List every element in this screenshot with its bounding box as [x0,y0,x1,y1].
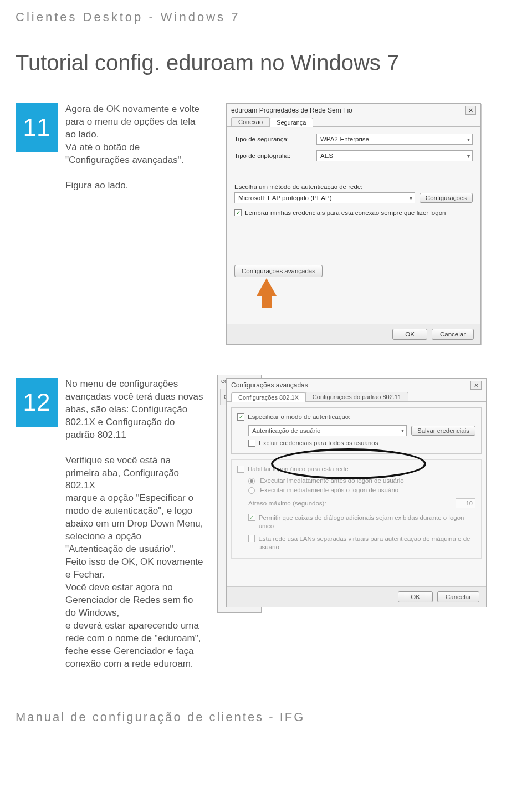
dlg1-tab-seguranca[interactable]: Segurança [269,118,313,127]
step-11-left: 11 Agora de OK novamente e volte para o … [16,103,204,192]
dlg2-title: Configurações avançadas [231,381,308,389]
step-12-number: 12 [16,378,58,427]
dlg2-checkbox-excluir[interactable] [248,440,255,447]
dlg1-label-lembrar: Lembrar minhas credenciais para esta con… [245,209,446,217]
dlg1-select-tipo-seguranca[interactable]: WPA2-Enterprise [316,134,473,145]
page-title: Tutorial config. eduroam no Windows 7 [16,50,516,75]
dlg2-label-c1: Permitir que caixas de diálogo adicionai… [259,514,475,530]
dlg2-close-button[interactable]: ✕ [470,381,482,390]
dlg2-atraso-input[interactable]: 10 [456,498,475,508]
dlg1-label-tipo-seguranca: Tipo de segurança: [234,136,312,142]
arrow-icon [257,278,277,296]
dlg2-tab-8021x[interactable]: Configurações 802.1X [231,392,306,402]
step-11-number: 11 [16,103,58,152]
step-11-text: Agora de OK novamente e volte para o men… [65,103,204,192]
dlg1-title: eduroam Propriedades de Rede Sem Fio [231,106,352,114]
dlg2-radio-antes[interactable] [248,478,255,484]
dlg2-label-r1: Executar imediatamente antes do logon de… [260,477,404,484]
dlg2-label-excluir: Excluir credenciais para todos os usuári… [259,440,378,446]
dlg2-select-auth[interactable]: Autenticação de usuário [248,425,407,436]
dlg2-cancel-button[interactable]: Cancelar [437,591,479,602]
dlg1-checkbox-lembrar[interactable]: ✓ [234,209,242,216]
dlg2-label-r2: Executar imediatamente após o logon de u… [260,487,398,493]
dlg1-close-button[interactable]: ✕ [465,106,476,115]
dlg2-tab-80211[interactable]: Configurações do padrão 802.11 [305,392,408,401]
page-header: Clientes Desktop - Windows 7 [16,10,516,28]
dlg1-label-criptografia: Tipo de criptografia: [234,152,312,159]
dlg1-select-criptografia[interactable]: AES [316,150,473,161]
dlg1-tab-conexao[interactable]: Conexão [231,117,270,126]
dlg2-checkbox-c2[interactable] [248,535,255,542]
dlg1-metodo-label: Escolha um método de autenticação de red… [234,183,473,190]
dlg1-cancel-button[interactable]: Cancelar [432,329,474,340]
step-12-left: 12 No menu de configurações avançadas vo… [16,378,204,671]
dlg1-ok-button[interactable]: OK [392,329,427,340]
page-footer: Manual de configuração de clientes - IFG [16,704,516,724]
dlg1-configuracoes-button[interactable]: Configurações [420,193,473,203]
dlg2-checkbox-especificar[interactable]: ✓ [237,413,244,421]
step-11-row: 11 Agora de OK novamente e volte para o … [16,103,516,345]
dlg2-checkbox-habilitar[interactable] [237,466,244,473]
step-12-body: No menu de configurações avançadas você … [65,378,204,671]
dlg2-label-c2: Esta rede usa LANs separadas virtuais pa… [258,535,475,551]
dlg2-radio-apos[interactable] [248,487,255,494]
dlg1-advanced-button[interactable]: Configurações avançadas [234,265,323,277]
dlg2-ok-button[interactable]: OK [398,591,433,602]
step-12-row: 12 No menu de configurações avançadas vo… [16,378,516,671]
dlg1-select-metodo[interactable]: Microsoft: EAP protegido (PEAP) [234,192,415,203]
dlg2-label-habilitar: Habilitar logon único para esta rede [248,466,349,472]
step-11-body: Agora de OK novamente e volte para o men… [65,103,204,192]
dialog-wifi-properties: eduroam Propriedades de Rede Sem Fio ✕ C… [226,103,481,345]
dialog-advanced-settings: edur Configuraçã Configurações avançadas… [226,378,487,607]
dlg2-label-especificar: Especificar o modo de autenticação: [248,413,350,420]
step-12-text: No menu de configurações avançadas você … [65,378,204,671]
dlg2-atraso-label: Atraso máximo (segundos): [248,500,326,507]
dlg2-checkbox-c1[interactable]: ✓ [248,514,255,521]
dlg2-salvar-credenciais-button[interactable]: Salvar credenciais [411,426,475,436]
